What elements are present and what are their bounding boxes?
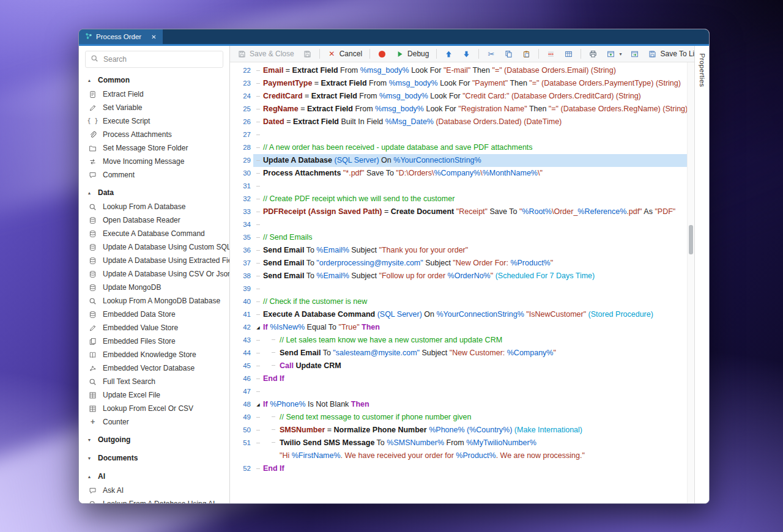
tab-close-icon[interactable]: ✕ — [151, 34, 156, 40]
code-line-42[interactable]: 42◢If %IsNew% Equal To "True" Then — [230, 321, 687, 334]
sidebar-item-ask-ai[interactable]: Ask AI — [79, 484, 229, 497]
code-line-48[interactable]: 48◢If %Phone% Is Not Blank Then — [230, 398, 687, 411]
properties-panel-tab[interactable]: Properties — [694, 46, 709, 503]
sidebar-item-embedded-knowledge-store[interactable]: Embedded Knowledge Store — [79, 348, 229, 361]
collapse-expander-icon[interactable]: ◢ — [256, 321, 259, 334]
sidebar-item-update-mongodb[interactable]: Update MongoDB — [79, 281, 229, 294]
sidebar-item-embedded-data-store[interactable]: Embedded Data Store — [79, 308, 229, 321]
section-header-documents[interactable]: ▼Documents — [79, 449, 229, 465]
sidebar-item-comment[interactable]: Comment — [79, 168, 229, 182]
code-line-30[interactable]: 30Process Attachments "*.pdf" Save To "D… — [230, 167, 687, 180]
print-button[interactable] — [585, 49, 601, 59]
code-line-36[interactable]: 36Send Email To %Email% Subject "Thank y… — [230, 244, 687, 257]
cancel-button[interactable]: ✕Cancel — [324, 48, 366, 59]
db-icon — [88, 230, 97, 238]
code-segment: %Msg_Date% — [385, 117, 434, 126]
copy-button[interactable] — [500, 49, 517, 59]
sidebar-item-lookup-from-a-database-using-ai[interactable]: Lookup From A Database Using AI — [79, 497, 229, 503]
sidebar-item-execute-a-database-command[interactable]: Execute A Database Command — [79, 227, 229, 240]
sidebar-item-label: Comment — [103, 171, 135, 179]
sidebar-item-lookup-from-a-database[interactable]: Lookup From A Database — [79, 200, 229, 213]
sidebar-item-embedded-value-store[interactable]: Embedded Value Store — [79, 321, 229, 334]
code-line-28[interactable]: 28// A new order has been received - upd… — [230, 141, 687, 154]
code-line-37[interactable]: 37Send Email To "orderprocessing@mysite.… — [230, 257, 687, 270]
move-down-button[interactable] — [458, 49, 475, 59]
code-line-45[interactable]: 45Call Update CRM — [230, 360, 687, 372]
code-segment: %FirstName% — [292, 451, 341, 460]
scrollbar-thumb[interactable] — [689, 225, 693, 254]
sidebar-item-counter[interactable]: +Counter — [79, 415, 229, 429]
code-line-47[interactable]: 47 — [230, 385, 687, 398]
code-line-29[interactable]: 29Update A Database (SQL Server) On %You… — [230, 154, 687, 167]
line-gutter: ◢ — [253, 321, 263, 334]
sidebar-item-embedded-files-store[interactable]: Embedded Files Store — [79, 334, 229, 348]
sidebar-item-update-a-database-using-csv-or-json[interactable]: Update A Database Using CSV Or Json — [79, 267, 229, 281]
sidebar-item-lookup-from-excel-or-csv[interactable]: Lookup From Excel Or CSV — [79, 402, 229, 415]
code-line-32[interactable]: 32// Create PDF receipt which we will se… — [230, 193, 687, 205]
insert-table-button[interactable] — [560, 49, 577, 59]
section-header-common[interactable]: ▲Common — [79, 72, 229, 87]
sidebar-item-embedded-vector-database[interactable]: Embedded Vector Database — [79, 361, 229, 375]
sidebar-item-open-database-reader[interactable]: Open Database Reader — [79, 213, 229, 227]
sidebar-item-full-text-search[interactable]: Full Text Search — [79, 375, 229, 388]
code-line-51[interactable]: 51Twilio Send SMS Message To %SMSNumber%… — [230, 437, 687, 449]
sidebar-item-execute-script[interactable]: { }Execute Script — [79, 114, 229, 128]
code-line-41[interactable]: 41Execute A Database Command (SQL Server… — [230, 308, 687, 321]
code-line-33[interactable]: 33PDFReceipt (Assign Saved Path) = Creat… — [230, 205, 687, 218]
line-number: 24 — [230, 90, 253, 103]
db-icon — [88, 270, 97, 278]
code-line-27[interactable]: 27 — [230, 128, 687, 141]
sidebar-item-process-attachments[interactable]: Process Attachments — [79, 128, 229, 141]
code-segment: If — [263, 323, 268, 331]
table-grid-icon — [564, 50, 573, 58]
sidebar-item-extract-field[interactable]: Extract Field — [79, 87, 229, 101]
workflow-code-editor[interactable]: 22Email = Extract Field From %msg_body% … — [230, 62, 687, 503]
code-line-46[interactable]: 46End If — [230, 372, 687, 385]
code-line-40[interactable]: 40// Check if the customer is new — [230, 295, 687, 308]
code-line-25[interactable]: 25RegName = Extract Field From %msg_body… — [230, 103, 687, 116]
code-line-39[interactable]: 39 — [230, 283, 687, 295]
code-line-49[interactable]: 49// Send text message to customer if ph… — [230, 411, 687, 424]
sidebar-item-update-a-database-using-extracted-fields[interactable]: Update A Database Using Extracted Fields — [79, 254, 229, 267]
collapse-expander-icon[interactable]: ◢ — [256, 398, 259, 411]
sidebar-item-update-excel-file[interactable]: Update Excel File — [79, 388, 229, 402]
code-line-24[interactable]: 24CreditCard = Extract Field From %msg_b… — [230, 90, 687, 103]
code-line-23[interactable]: 23PaymentType = Extract Field From %msg_… — [230, 77, 687, 90]
code-line-34[interactable]: 34 — [230, 218, 687, 231]
sidebar-item-move-incoming-message[interactable]: Move Incoming Message — [79, 155, 229, 168]
code-line-31[interactable]: 31 — [230, 180, 687, 193]
code-line-35[interactable]: 35// Send Emails — [230, 231, 687, 244]
code-line-50[interactable]: 50SMSNumber = Normalize Phone Number %Ph… — [230, 424, 687, 437]
code-line-22[interactable]: 22Email = Extract Field From %msg_body% … — [230, 64, 687, 77]
code-line-38[interactable]: 38Send Email To %Email% Subject "Follow … — [230, 270, 687, 283]
sidebar-item-update-a-database-using-custom-sql[interactable]: Update A Database Using Custom SQL — [79, 240, 229, 254]
section-header-outgoing[interactable]: ▼Outgoing — [79, 431, 229, 447]
search-input[interactable]: Search — [85, 51, 223, 68]
line-number: 45 — [230, 360, 253, 372]
section-header-data[interactable]: ▲Data — [79, 184, 229, 200]
sidebar-item-set-message-store-folder[interactable]: Set Message Store Folder — [79, 141, 229, 155]
move-up-button[interactable] — [440, 49, 457, 59]
insert-breakpoint-button[interactable] — [543, 49, 559, 59]
code-line-43[interactable]: 43// Let sales team know we have a new c… — [230, 334, 687, 347]
code-line-wrap[interactable]: "Hi %FirstName%. We have received your o… — [230, 449, 687, 462]
breakpoint-toggle-button[interactable] — [374, 50, 390, 59]
debug-button[interactable]: Debug — [392, 48, 432, 59]
code-segment: Subject — [423, 259, 453, 267]
add-action-button[interactable]: ▾ — [603, 49, 625, 59]
section-header-ai[interactable]: ▲AI — [79, 468, 229, 484]
code-line-44[interactable]: 44Send Email To "salesteam@mysite.com" S… — [230, 347, 687, 360]
sidebar-item-set-variable[interactable]: Set Variable — [79, 101, 229, 114]
sidebar-item-lookup-from-a-mongodb-database[interactable]: Lookup From A MongoDB Database — [79, 294, 229, 308]
code-segment: Then — [527, 105, 549, 113]
code-line-52[interactable]: 52End If — [230, 462, 687, 475]
sidebar-item-label: Update MongoDB — [103, 283, 161, 292]
line-number: 27 — [230, 128, 253, 141]
cut-button[interactable]: ✂ — [483, 48, 499, 60]
paste-button[interactable] — [518, 49, 535, 59]
tab-process-order[interactable]: Process Order ✕ — [79, 29, 163, 44]
code-line-26[interactable]: 26Dated = Extract Field Built In Field %… — [230, 116, 687, 128]
import-button[interactable] — [626, 49, 643, 59]
editor-scrollbar[interactable] — [687, 62, 694, 503]
code-segment: = — [312, 79, 321, 87]
